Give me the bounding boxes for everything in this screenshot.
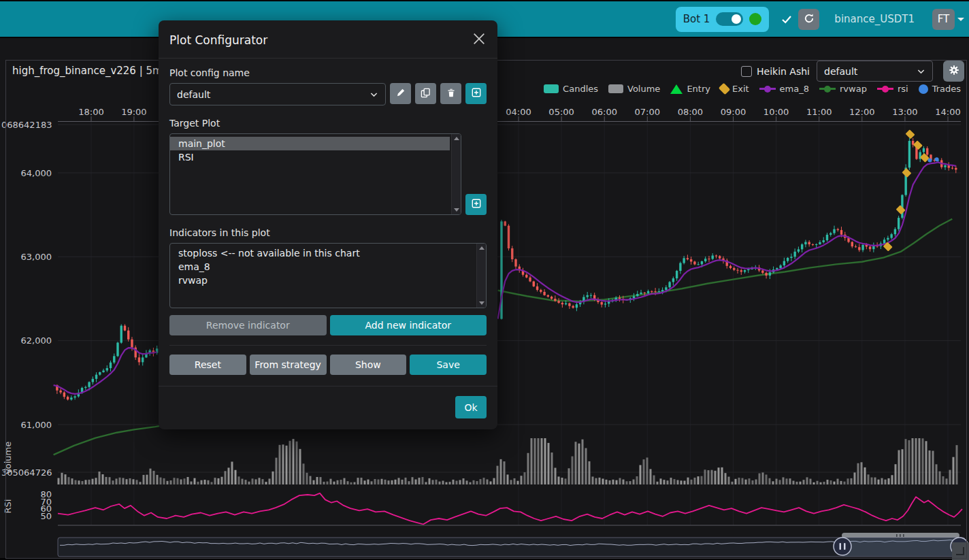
online-status-dot (749, 13, 761, 25)
chart-title: high_frog_binance_v226 | 5m (12, 65, 163, 77)
linedot-marker-icon (877, 88, 893, 90)
target-plot-label: Target Plot (169, 118, 487, 129)
heikin-ashi-label: Heikin Ashi (757, 66, 810, 77)
modal-close-button[interactable] (472, 31, 487, 48)
exchange-account-label: binance_USDT1 (834, 13, 915, 25)
circle-marker-icon (919, 84, 928, 94)
save-button[interactable]: Save (410, 355, 487, 375)
copy-icon (421, 88, 431, 100)
modal-title: Plot Configurator (169, 33, 267, 47)
plot-config-select[interactable]: default (817, 61, 933, 82)
legend-item-exit[interactable]: Exit (721, 84, 749, 94)
indicators-listbox[interactable]: stoploss <-- not available in this chart… (169, 243, 487, 308)
target-plot-option[interactable]: RSI (170, 150, 450, 164)
bot-toggle[interactable] (716, 12, 743, 26)
toggle-knob (732, 14, 741, 24)
reset-button[interactable]: Reset (169, 355, 246, 375)
plot-configurator-modal: Plot Configurator Plot config name defau… (159, 20, 497, 429)
show-button[interactable]: Show (330, 355, 407, 375)
legend-label: Exit (732, 84, 749, 94)
bot-selector[interactable]: Bot 1 (676, 7, 770, 32)
duplicate-config-button[interactable] (415, 83, 436, 104)
delete-config-button[interactable] (440, 83, 461, 104)
config-name-value: default (177, 89, 210, 100)
plus-square-icon (471, 87, 482, 100)
legend-item-volume[interactable]: Volume (608, 84, 660, 94)
legend-item-rvwap[interactable]: rvwap (819, 84, 867, 94)
target-plot-listbox[interactable]: main_plotRSI (169, 133, 461, 215)
legend-item-ema_8[interactable]: ema_8 (759, 84, 809, 94)
refresh-icon (804, 13, 815, 26)
chevron-down-icon (917, 66, 925, 77)
scroll-up-icon[interactable] (454, 137, 459, 140)
rename-config-button[interactable] (390, 83, 411, 104)
indicator-option[interactable]: stoploss <-- not available in this chart (170, 246, 475, 260)
scroll-down-icon[interactable] (454, 208, 459, 212)
add-config-button[interactable] (465, 83, 487, 104)
linedot-marker-icon (819, 88, 836, 90)
close-icon (473, 33, 485, 47)
plot-configurator-gear-button[interactable] (943, 61, 964, 82)
plus-square-icon (471, 198, 482, 211)
legend-label: Entry (687, 84, 710, 94)
config-name-label: Plot config name (169, 67, 487, 78)
triangle-marker-icon (670, 84, 683, 94)
legend-item-candles[interactable]: Candles (544, 84, 598, 94)
bot-name-badge: Bot 1 (683, 13, 710, 25)
legend-label: rvwap (840, 84, 867, 94)
diamond-marker-icon (719, 83, 731, 95)
ok-button[interactable]: Ok (455, 396, 487, 418)
gear-icon (949, 65, 959, 78)
check-icon (781, 14, 792, 24)
legend-item-rsi[interactable]: rsi (877, 84, 908, 94)
listbox-scrollbar[interactable] (476, 244, 486, 308)
user-avatar[interactable]: FT (932, 9, 955, 30)
legend-label: rsi (898, 84, 908, 94)
legend-item-entry[interactable]: Entry (670, 84, 710, 94)
from-strategy-button[interactable]: From strategy (250, 355, 327, 375)
indicator-option[interactable]: rvwap (170, 274, 475, 287)
legend-label: ema_8 (780, 84, 809, 94)
pencil-icon (396, 88, 406, 99)
indicators-label: Indicators in this plot (169, 227, 487, 238)
chart-legend: CandlesVolumeEntryExitema_8rvwaprsiTrade… (544, 84, 961, 94)
trash-icon (446, 88, 456, 100)
refresh-button[interactable] (798, 9, 819, 30)
scroll-down-icon[interactable] (479, 301, 484, 305)
config-name-select[interactable]: default (169, 83, 386, 105)
legend-label: Candles (563, 84, 598, 94)
target-plot-option[interactable]: main_plot (170, 137, 450, 150)
legend-label: Trades (932, 84, 961, 94)
add-subplot-button[interactable] (465, 194, 487, 215)
plot-config-select-value: default (824, 66, 857, 77)
user-menu-caret-icon[interactable] (957, 18, 964, 21)
remove-indicator-button[interactable]: Remove indicator (169, 315, 327, 335)
rect-marker-icon (608, 84, 623, 93)
legend-item-trades[interactable]: Trades (919, 84, 961, 94)
divider (169, 345, 487, 346)
indicator-option[interactable]: ema_8 (170, 260, 475, 274)
add-new-indicator-button[interactable]: Add new indicator (330, 315, 487, 335)
rect-marker-icon (544, 84, 559, 93)
legend-label: Volume (627, 84, 660, 94)
heikin-ashi-checkbox[interactable] (741, 66, 752, 77)
listbox-scrollbar[interactable] (451, 134, 461, 214)
chevron-down-icon (369, 89, 378, 100)
linedot-marker-icon (759, 88, 776, 90)
scroll-up-icon[interactable] (479, 246, 484, 250)
